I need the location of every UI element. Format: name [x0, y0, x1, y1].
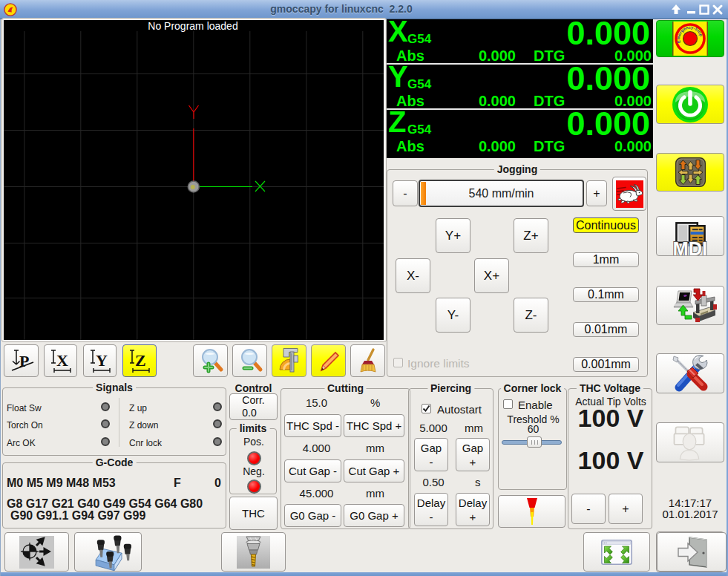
svg-text:Z: Z: [135, 351, 146, 370]
svg-text:MDI: MDI: [673, 238, 708, 256]
svg-text:Y: Y: [96, 351, 108, 370]
svg-text:No Program loaded: No Program loaded: [148, 20, 237, 32]
svg-text:X: X: [56, 351, 68, 370]
